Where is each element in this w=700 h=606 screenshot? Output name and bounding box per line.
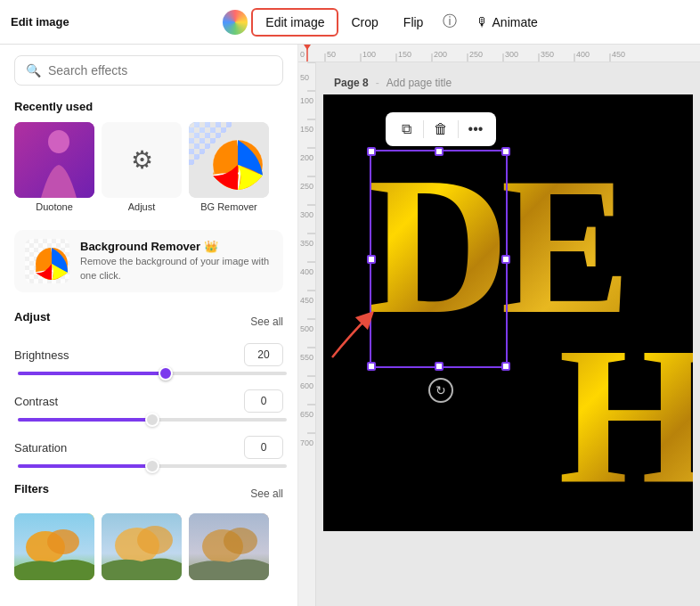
adjust-section-title: Adjust — [14, 310, 50, 323]
crop-button[interactable]: Crop — [338, 10, 390, 35]
toolbar-divider-2 — [458, 120, 459, 138]
svg-text:100: 100 — [362, 50, 376, 59]
contrast-label-row: Contrast 0 — [14, 389, 283, 413]
handle-top-right[interactable] — [501, 147, 510, 156]
brightness-value[interactable]: 20 — [244, 343, 283, 366]
saturation-track[interactable] — [18, 464, 287, 468]
svg-text:350: 350 — [300, 239, 313, 248]
recently-used-label: Recently used — [14, 100, 283, 113]
delete-button[interactable]: 🗑 — [427, 116, 454, 143]
svg-text:50: 50 — [300, 73, 309, 82]
selection-box[interactable] — [370, 150, 508, 368]
main-layout: 🔍 Recently used — [0, 45, 700, 606]
contrast-row: Contrast 0 — [14, 389, 283, 422]
handle-top-left[interactable] — [367, 147, 376, 156]
gradient-icon — [223, 10, 248, 35]
svg-text:0: 0 — [300, 50, 305, 59]
filters-see-all[interactable]: See all — [250, 487, 283, 500]
handle-bottom-right[interactable] — [501, 362, 510, 371]
crown-icon: 👑 — [204, 240, 218, 253]
bg-card-desc: Remove the background of your image with… — [80, 255, 273, 283]
saturation-fill — [18, 464, 152, 468]
svg-text:450: 450 — [612, 50, 625, 59]
svg-text:650: 650 — [300, 410, 313, 419]
contrast-label: Contrast — [14, 395, 58, 408]
saturation-row: Saturation 0 — [14, 436, 283, 468]
svg-text:250: 250 — [469, 50, 483, 59]
trash-icon: 🗑 — [434, 121, 448, 137]
svg-text:100: 100 — [300, 96, 313, 105]
duotone-label: Duotone — [36, 201, 73, 212]
filter-thumb-2 — [102, 513, 182, 580]
saturation-value[interactable]: 0 — [244, 436, 283, 459]
search-box[interactable]: 🔍 — [14, 55, 283, 86]
svg-text:50: 50 — [327, 50, 336, 59]
edit-image-button[interactable]: Edit image — [251, 8, 338, 37]
contrast-track[interactable] — [18, 418, 287, 422]
svg-text:200: 200 — [434, 50, 447, 59]
svg-rect-22 — [298, 45, 700, 62]
filters-section-title: Filters — [14, 482, 49, 495]
more-options-button[interactable]: ••• — [462, 116, 489, 143]
bgremover-image — [189, 122, 269, 198]
duotone-image — [14, 122, 94, 198]
app-title: Edit image — [11, 15, 69, 29]
handle-middle-right[interactable] — [501, 255, 510, 264]
contrast-fill — [18, 418, 152, 422]
svg-text:200: 200 — [300, 153, 313, 162]
flip-button[interactable]: Flip — [391, 10, 436, 35]
bgremover-label: BG Remover — [200, 201, 257, 212]
ruler-vertical: 50 100 150 200 250 300 350 400 4 — [298, 62, 316, 606]
bg-remover-card[interactable]: Background Remover 👑 Remove the backgrou… — [14, 230, 283, 292]
bg-card-info: Background Remover 👑 Remove the backgrou… — [80, 240, 273, 283]
svg-text:450: 450 — [300, 296, 313, 305]
canvas-black[interactable]: DE H ⧉ 🗑 — [323, 94, 693, 531]
svg-text:500: 500 — [300, 324, 313, 333]
animate-button[interactable]: 🎙 Animate — [464, 10, 549, 35]
svg-text:250: 250 — [300, 182, 313, 191]
bgremover-thumb — [189, 122, 269, 198]
filter-item-1[interactable] — [14, 513, 94, 580]
adjust-header: Adjust See all — [14, 310, 283, 332]
svg-point-15 — [47, 529, 79, 554]
handle-top-middle[interactable] — [435, 147, 444, 156]
filter-item-2[interactable] — [102, 513, 182, 580]
handle-bottom-left[interactable] — [367, 362, 376, 371]
saturation-thumb[interactable] — [145, 459, 159, 473]
copy-style-button[interactable]: ⧉ — [393, 116, 419, 143]
search-input[interactable] — [48, 63, 272, 78]
svg-text:600: 600 — [300, 381, 313, 390]
sliders-icon: ⚙ — [131, 145, 153, 175]
gold-text-h: H — [558, 317, 693, 513]
brightness-row: Brightness 20 — [14, 343, 283, 375]
adjust-thumb: ⚙ — [102, 122, 182, 198]
toolbar-center: Edit image Crop Flip ⓘ 🎙 Animate — [84, 8, 689, 37]
filter-grid — [14, 513, 283, 580]
handle-middle-left[interactable] — [367, 255, 376, 264]
svg-rect-44 — [298, 62, 316, 606]
left-panel: 🔍 Recently used — [0, 45, 298, 606]
adjust-see-all[interactable]: See all — [250, 315, 283, 328]
recent-item-adjust[interactable]: ⚙ Adjust — [102, 122, 182, 212]
contrast-value[interactable]: 0 — [244, 389, 283, 413]
svg-text:150: 150 — [300, 125, 313, 134]
float-toolbar: ⧉ 🗑 ••• — [386, 112, 496, 146]
contrast-thumb[interactable] — [145, 413, 159, 427]
svg-point-21 — [224, 528, 257, 554]
brightness-thumb[interactable] — [159, 366, 173, 381]
handle-bottom-middle[interactable] — [435, 362, 444, 371]
info-button[interactable]: ⓘ — [435, 8, 464, 37]
canvas-scroll-area[interactable]: Page 8 - Add page title DE H ⧉ — [316, 62, 700, 606]
brightness-track[interactable] — [18, 372, 287, 375]
filter-item-3[interactable] — [189, 513, 269, 580]
recent-item-duotone[interactable]: Duotone — [14, 122, 94, 212]
canvas-area: 0 50 100 150 200 250 300 350 400 450 — [298, 45, 700, 606]
recent-item-bgremover[interactable]: BG Remover — [189, 122, 269, 212]
canvas-with-ruler: 50 100 150 200 250 300 350 400 4 — [298, 62, 700, 606]
saturation-label-row: Saturation 0 — [14, 436, 283, 459]
recent-grid: Duotone ⚙ Adjust — [14, 122, 283, 212]
svg-text:350: 350 — [541, 50, 554, 59]
brightness-label: Brightness — [14, 348, 69, 362]
svg-text:550: 550 — [300, 353, 313, 362]
rotate-handle[interactable]: ↻ — [428, 378, 453, 403]
